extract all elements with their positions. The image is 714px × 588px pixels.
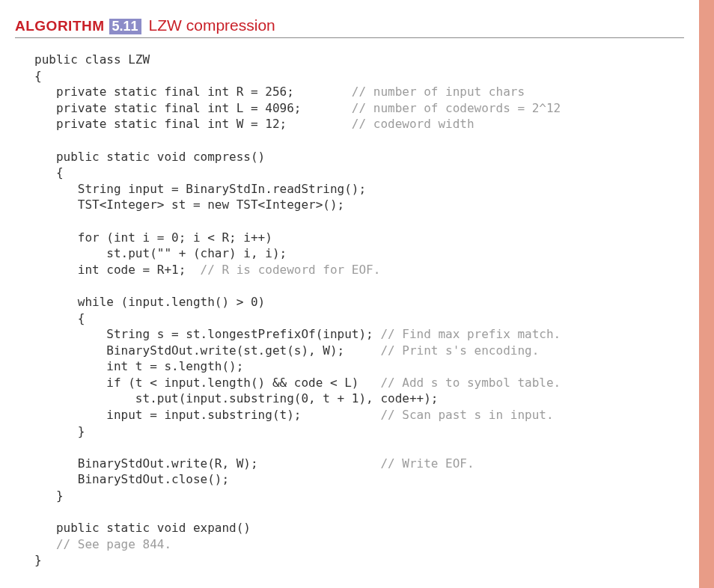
code-line: st.put(input.substring(0, t + 1), code++… [34,391,438,405]
code-line: while (input.length() > 0) [34,295,265,309]
code-line: { [34,165,64,180]
code-line: int t = s.length(); [34,359,243,373]
code-comment: // number of input chars [352,85,525,99]
code-line: String input = BinaryStdIn.readString(); [34,182,366,196]
code-line: private static final int R = 256; [34,85,352,99]
code-comment: // See page 844. [34,537,171,551]
code-comment: // Write EOF. [380,456,474,471]
code-comment: // number of codewords = 2^12 [352,101,561,115]
code-line: BinaryStdOut.close(); [34,472,229,486]
code-line: int code = R+1; [34,263,201,277]
code-comment: // Print s's encoding. [380,343,539,358]
code-line: if (t < input.length() && code < L) [34,376,380,390]
code-line: } [34,424,85,438]
code-line: BinaryStdOut.write(R, W); [34,456,380,471]
code-line: private static final int L = 4096; [34,101,352,115]
algorithm-title: LZW compression [149,16,275,34]
code-comment: // Find max prefix match. [380,327,561,341]
algorithm-header: ALGORITHM 5.11 LZW compression [15,16,684,38]
code-line: private static final int W = 12; [34,117,352,131]
code-comment: // Scan past s in input. [380,408,553,422]
code-comment: // Add s to symbol table. [380,376,561,390]
code-line: { [34,311,85,325]
code-line: { [34,69,42,83]
code-line: } [34,489,64,503]
code-line: String s = st.longestPrefixOf(input); [34,327,380,341]
code-line: public class LZW [34,52,150,67]
code-comment: // codeword width [352,117,475,131]
code-line: input = input.substring(t); [34,408,380,422]
code-listing: public class LZW { private static final … [15,52,684,569]
code-line: BinaryStdOut.write(st.get(s), W); [34,343,380,358]
code-line: st.put("" + (char) i, i); [34,246,287,260]
code-line: public static void expand() [34,521,251,535]
code-line: TST<Integer> st = new TST<Integer>(); [34,197,344,212]
algorithm-label: ALGORITHM [15,18,105,34]
code-line: for (int i = 0; i < R; i++) [34,230,272,245]
algorithm-number: 5.11 [109,19,141,34]
code-comment: // R is codeword for EOF. [201,263,381,277]
page: ALGORITHM 5.11 LZW compression public cl… [0,0,699,588]
code-line: public static void compress() [34,150,265,164]
code-line: } [34,553,42,567]
